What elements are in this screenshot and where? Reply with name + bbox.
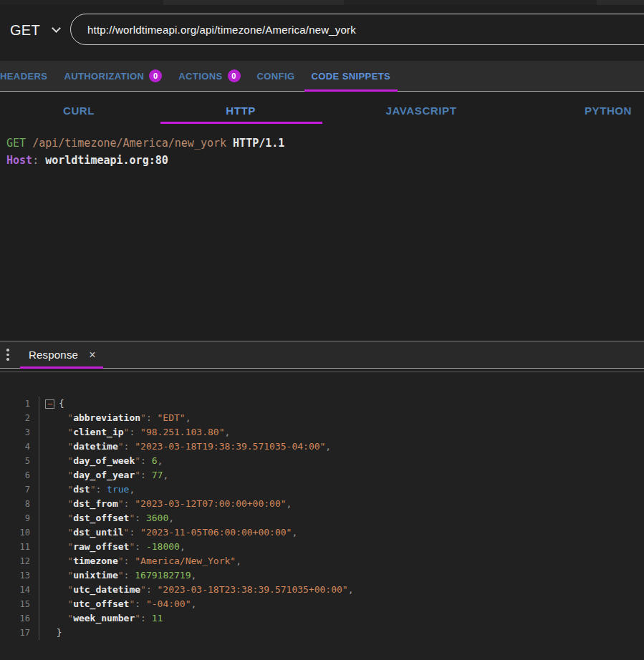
json-value: 6 [152, 454, 158, 468]
indent [45, 411, 67, 425]
json-value: "America/New_York" [135, 554, 236, 568]
json-key: week_number [73, 611, 135, 626]
kebab-menu-icon[interactable] [5, 347, 11, 362]
line-content: "utc_offset": "-04:00", [39, 597, 196, 611]
collapse-toggle-icon[interactable]: − [45, 399, 54, 409]
line-content: } [39, 626, 62, 640]
tab-code-snippets[interactable]: CODE SNIPPETS [311, 61, 390, 91]
line-number: 8 [0, 497, 30, 511]
line-content: "dst_offset": 3600, [39, 511, 174, 525]
indent [45, 425, 67, 440]
json-key-quote: " [67, 454, 73, 468]
close-brace: } [45, 626, 62, 640]
json-colon: : [129, 425, 140, 440]
method-dropdown[interactable]: GET [10, 17, 59, 43]
url-input[interactable] [87, 24, 603, 36]
response-line: 13 "unixtime": 1679182719, [0, 568, 644, 583]
line-number: 14 [0, 583, 30, 597]
indent [45, 468, 67, 482]
response-line: 6 "day_of_year": 77, [0, 468, 644, 482]
line-content: −{ [39, 397, 64, 411]
json-colon: : [140, 468, 152, 482]
json-value: 3600 [146, 511, 168, 525]
line-content: "utc_datetime": "2023-03-18T23:38:39.571… [39, 583, 353, 597]
json-colon: : [140, 454, 152, 468]
json-key-quote: " [67, 411, 73, 425]
json-key-quote: " [140, 411, 146, 425]
tab-response[interactable]: Response × [29, 341, 96, 368]
json-colon: : [135, 511, 146, 525]
tab-curl[interactable]: CURL [63, 92, 95, 129]
json-key-quote: " [67, 540, 73, 554]
json-comma: , [191, 597, 197, 611]
response-line: 9 "dst_offset": 3600, [0, 511, 644, 525]
line-content: "dst_until": "2023-11-05T06:00:00+00:00"… [39, 525, 297, 540]
json-key-quote: " [129, 597, 135, 611]
json-key-quote: " [67, 583, 73, 597]
http-method: GET [6, 137, 26, 150]
response-code: 1−{2 "abbreviation": "EDT",3 "client_ip"… [0, 397, 644, 640]
json-colon: : [140, 611, 152, 626]
indent [45, 611, 67, 626]
json-key-quote: " [67, 511, 73, 525]
json-key: abbreviation [73, 411, 140, 425]
host-separator: : [32, 154, 39, 167]
json-value: "2023-03-18T19:38:39.571035-04:00" [135, 440, 325, 454]
json-key-quote: " [129, 511, 135, 525]
json-value: "98.251.103.80" [140, 425, 224, 440]
json-key: unixtime [73, 568, 118, 583]
line-number: 4 [0, 440, 30, 454]
json-value: "2023-03-18T23:38:39.571035+00:00" [158, 583, 348, 597]
json-key-quote: " [67, 525, 73, 540]
http-request-line: GET /api/timezone/America/new_york HTTP/… [6, 135, 644, 152]
json-comma: , [224, 425, 230, 440]
json-key-quote: " [90, 482, 96, 497]
response-line: 3 "client_ip": "98.251.103.80", [0, 425, 644, 440]
tab-headers[interactable]: HEADERS [0, 61, 47, 91]
tab-authorization[interactable]: AUTHORIZATION 0 [64, 61, 162, 91]
authorization-count-badge: 0 [149, 69, 162, 82]
json-key-quote: " [67, 425, 73, 440]
json-comma: , [129, 482, 135, 497]
json-colon: : [135, 597, 146, 611]
json-comma: , [236, 554, 241, 568]
json-comma: , [163, 468, 168, 482]
tab-actions[interactable]: ACTIONS 0 [178, 61, 240, 91]
indent [45, 482, 67, 497]
line-number: 1 [0, 397, 30, 411]
json-comma: , [168, 511, 174, 525]
json-value: 77 [152, 468, 163, 482]
tab-python[interactable]: PYTHON [585, 92, 632, 129]
json-colon: : [124, 440, 135, 454]
line-number: 3 [0, 425, 30, 440]
json-key: client_ip [73, 425, 123, 440]
response-line: 16 "week_number": 11 [0, 611, 644, 626]
url-field[interactable] [70, 14, 644, 45]
window-top-edge-segment [597, 0, 644, 5]
line-content: "datetime": "2023-03-18T19:38:39.571035-… [39, 440, 331, 454]
json-key: dst_until [73, 525, 123, 540]
json-key-quote: " [118, 554, 124, 568]
response-line: 1−{ [0, 397, 644, 411]
response-line: 7 "dst": true, [0, 482, 644, 497]
json-key-quote: " [67, 482, 73, 497]
json-value: "-04:00" [146, 597, 191, 611]
line-number: 12 [0, 554, 30, 568]
snippet-language-tabs: CURL HTTP JAVASCRIPT PYTHON [0, 92, 644, 129]
tab-config[interactable]: CONFIG [257, 61, 295, 91]
indent [45, 454, 67, 468]
json-key: raw_offset [73, 540, 129, 554]
json-key-quote: " [129, 540, 135, 554]
line-content: "raw_offset": -18000, [39, 540, 186, 554]
json-colon: : [124, 497, 135, 511]
response-line: 10 "dst_until": "2023-11-05T06:00:00+00:… [0, 525, 644, 540]
http-protocol: HTTP/1.1 [233, 137, 284, 150]
json-key-quote: " [67, 554, 73, 568]
tab-javascript[interactable]: JAVASCRIPT [386, 92, 457, 129]
json-value: "2023-03-12T07:00:00+00:00" [135, 497, 286, 511]
json-key-quote: " [67, 597, 73, 611]
response-tab-bar: Response × [0, 341, 644, 369]
close-icon[interactable]: × [89, 349, 95, 361]
json-comma: , [287, 497, 292, 511]
json-key: datetime [73, 440, 118, 454]
